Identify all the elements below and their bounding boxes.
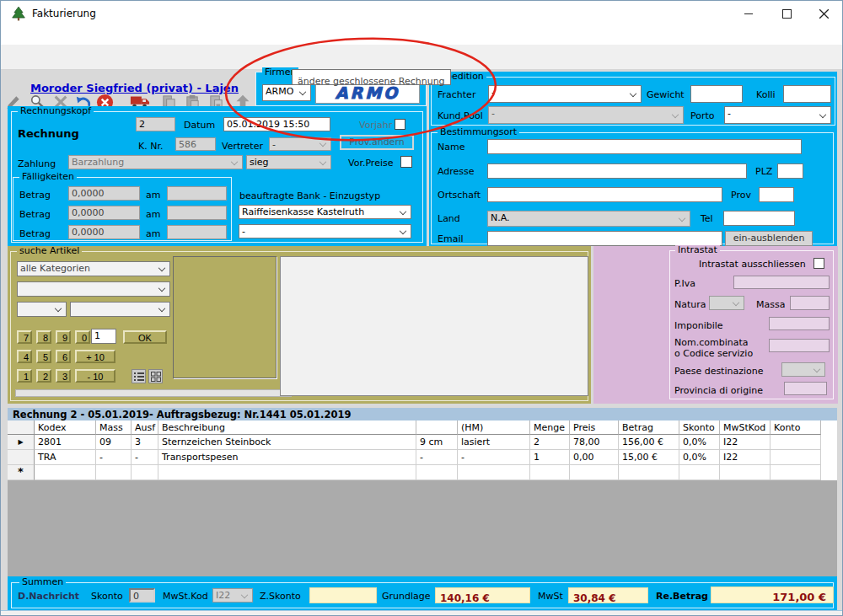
natura-select[interactable]	[709, 296, 744, 310]
article-scroll-strip[interactable]	[15, 389, 292, 397]
table-row[interactable]: ▶ 2801 09 3 Sternzeichen Steinbock 9 cm …	[8, 435, 821, 450]
row-selector[interactable]: ▶	[8, 435, 35, 450]
table-row-new[interactable]: *	[8, 465, 821, 480]
natura-label: Natura	[674, 299, 706, 310]
imponibile-input[interactable]	[769, 317, 830, 330]
betrag-field-3[interactable]: 0,0000	[68, 225, 140, 239]
faelligkeiten-group-label: Fälligkeiten	[19, 172, 77, 182]
adresse-input[interactable]	[487, 163, 747, 179]
prov-aendern-button[interactable]: Prov.ändern	[340, 135, 414, 150]
numpad-2[interactable]: 2	[36, 369, 51, 383]
filter4-select[interactable]	[70, 302, 170, 317]
frachter-label: Frachter	[438, 89, 475, 100]
numpad-4[interactable]: 4	[17, 350, 32, 363]
table-row[interactable]: TRA - - Transportspesen - - 1 0,00 15,00…	[8, 450, 821, 465]
grid-header-ausf[interactable]: Ausf	[132, 420, 158, 435]
qty-input[interactable]: 1	[91, 329, 116, 344]
frachter-select[interactable]: -	[488, 85, 642, 103]
article-listbox[interactable]	[173, 256, 277, 378]
sieg-select[interactable]: sieg	[246, 155, 331, 169]
ein-ausblenden-button[interactable]: ein-ausblenden	[725, 231, 813, 246]
grid-header-betrag[interactable]: Betrag	[619, 420, 679, 435]
ortschaft-input[interactable]	[487, 187, 722, 202]
numpad-8[interactable]: 8	[36, 330, 51, 344]
zskonto-label: Z.Skonto	[260, 591, 301, 602]
dnachricht-label[interactable]: D.Nachricht	[18, 591, 79, 602]
name-label: Name	[438, 142, 464, 153]
doc-type-label: Rechnung	[18, 128, 79, 139]
article-preview-panel[interactable]	[280, 256, 588, 396]
betrag-label-2: Betrag	[19, 209, 51, 220]
plz-label: PLZ	[755, 166, 772, 177]
invoice-number-field[interactable]: 2	[136, 117, 175, 131]
minus10-button[interactable]: - 10	[75, 369, 115, 383]
porto-select[interactable]: -	[724, 106, 831, 124]
maximize-button[interactable]	[768, 1, 806, 26]
numpad-6[interactable]: 6	[56, 350, 71, 363]
numpad-1[interactable]: 1	[17, 369, 32, 383]
grid-header-kodex[interactable]: Kodex	[35, 420, 96, 435]
zahlung-select[interactable]: Barzahlung	[68, 155, 243, 169]
prov-input[interactable]	[759, 187, 794, 202]
grid-header-konto[interactable]: Konto	[771, 420, 821, 435]
numpad-5[interactable]: 5	[36, 350, 51, 363]
vorpreise-checkbox[interactable]	[400, 156, 412, 168]
numpad-7[interactable]: 7	[17, 330, 32, 344]
name-input[interactable]	[487, 139, 802, 154]
list-view-icon[interactable]	[132, 369, 146, 383]
grid-header-hm[interactable]: (HM)	[458, 420, 530, 435]
skonto-input[interactable]: 0	[129, 588, 155, 603]
grid-header-selector[interactable]	[8, 420, 35, 435]
nom-combinata-input[interactable]	[769, 339, 830, 352]
filter2-select[interactable]	[17, 281, 170, 297]
vorjahr-checkbox[interactable]	[395, 119, 405, 130]
grid-header-mwstkod[interactable]: MwStKod	[720, 420, 771, 435]
gewicht-input[interactable]	[690, 85, 743, 103]
provincia-origine-input[interactable]	[784, 382, 827, 395]
datum-input[interactable]: 05.01.2019 15:50	[223, 117, 330, 131]
massa-input[interactable]	[790, 296, 830, 310]
grid-header-size[interactable]	[416, 420, 458, 435]
intrastat-ausschliessen-checkbox[interactable]	[813, 258, 824, 269]
plz-input[interactable]	[777, 163, 803, 179]
einzugstyp-select[interactable]: -	[239, 224, 411, 238]
knr-field[interactable]: 586	[175, 137, 216, 151]
mwstkod-select[interactable]: I22	[212, 588, 253, 603]
minimize-button[interactable]	[729, 1, 767, 26]
bank-select[interactable]: Raiffeisenkasse Kastelruth	[239, 205, 411, 219]
am-field-3[interactable]	[167, 225, 227, 239]
close-button[interactable]	[805, 1, 843, 26]
am-field-2[interactable]	[167, 206, 227, 220]
tel-input[interactable]	[723, 211, 795, 226]
row-selector[interactable]	[8, 450, 35, 465]
paese-destinazione-select[interactable]	[781, 362, 825, 377]
grid-header-beschreibung[interactable]: Beschreibung	[158, 420, 416, 435]
am-field-1[interactable]	[167, 186, 227, 201]
numpad-9[interactable]: 9	[56, 330, 71, 344]
piva-input[interactable]	[733, 276, 830, 289]
grid-header-skonto[interactable]: Skonto	[679, 420, 720, 435]
vertreter-select[interactable]: -	[269, 137, 331, 151]
customer-link[interactable]: Moroder Siegfried (privat) - Lajen	[30, 82, 239, 94]
grid-header-menge[interactable]: Menge	[530, 420, 570, 435]
betrag-label-1: Betrag	[19, 190, 51, 201]
grid-header-mass[interactable]: Mass	[96, 420, 132, 435]
kategorie-select[interactable]: alle Kategorien	[17, 261, 170, 276]
grid-view-icon[interactable]	[148, 369, 163, 383]
betrag-field-2[interactable]: 0,0000	[68, 206, 140, 220]
kolli-input[interactable]	[783, 85, 831, 103]
numpad-0[interactable]: 0	[75, 330, 90, 344]
minimize-icon	[744, 13, 753, 14]
numpad-3[interactable]: 3	[56, 369, 71, 383]
land-select[interactable]: N.A.	[487, 211, 690, 227]
kundpool-select[interactable]: -	[488, 106, 684, 124]
ok-button[interactable]: OK	[123, 330, 167, 344]
grid-header-preis[interactable]: Preis	[570, 420, 619, 435]
tooltip-text: ändere geschlossene Rechnung	[298, 76, 445, 87]
filter3-select[interactable]	[17, 302, 67, 317]
am-label-2: am	[146, 209, 160, 220]
betrag-field-1[interactable]: 0,0000	[68, 186, 140, 201]
plus10-button[interactable]: + 10	[75, 350, 115, 363]
new-row-indicator[interactable]: *	[8, 465, 35, 480]
zskonto-input[interactable]	[309, 587, 377, 603]
